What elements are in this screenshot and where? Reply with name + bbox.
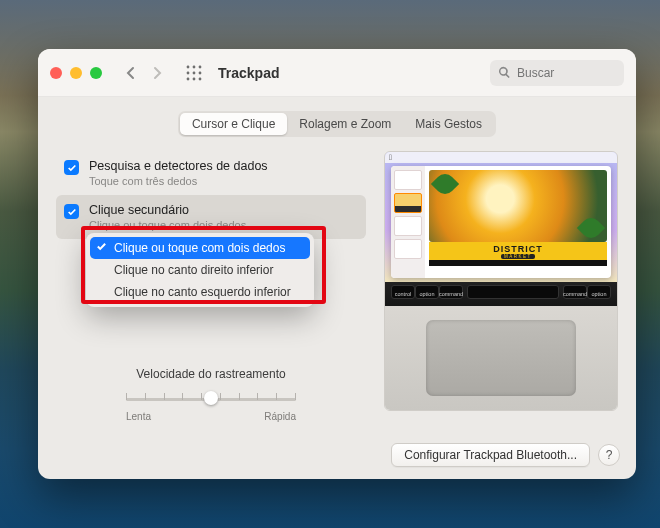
check-icon	[96, 241, 107, 255]
search-icon	[498, 66, 511, 79]
preview-trackpad	[385, 306, 617, 410]
window-title: Trackpad	[218, 65, 279, 81]
dropdown-item-label: Clique no canto direito inferior	[114, 263, 273, 277]
tab-cursor-click[interactable]: Cursor e Clique	[180, 113, 287, 135]
preview-thumbnail	[394, 170, 422, 190]
svg-point-8	[199, 77, 202, 80]
key-command: command	[439, 285, 463, 299]
search-input[interactable]	[517, 66, 607, 80]
tab-scroll-zoom[interactable]: Rolagem e Zoom	[287, 113, 403, 135]
search-field[interactable]	[490, 60, 624, 86]
slider-label: Velocidade do rastreamento	[56, 367, 366, 381]
preview-screen: 	[385, 152, 617, 282]
key-control: control	[391, 285, 415, 299]
svg-point-4	[193, 71, 196, 74]
forward-button[interactable]	[146, 62, 168, 84]
options-column: Pesquisa e detectores de dados Toque com…	[56, 151, 366, 422]
tracking-speed-slider[interactable]	[126, 389, 296, 409]
secondary-click-dropdown: Clique ou toque com dois dedos Clique no…	[86, 233, 314, 307]
key-command: command	[563, 285, 587, 299]
dropdown-item-bottom-right[interactable]: Clique no canto direito inferior	[90, 259, 310, 281]
svg-point-7	[193, 77, 196, 80]
preview-keyboard: control option command command option	[385, 282, 617, 306]
checkbox-lookup[interactable]	[64, 160, 79, 175]
gesture-preview: 	[384, 151, 618, 411]
minimize-button[interactable]	[70, 67, 82, 79]
preview-brand: DISTRICT	[493, 244, 543, 254]
svg-point-6	[187, 77, 190, 80]
preview-thumbnail	[394, 193, 422, 213]
zoom-button[interactable]	[90, 67, 102, 79]
apple-icon: 	[389, 153, 392, 162]
dropdown-item-label: Clique no canto esquerdo inferior	[114, 285, 291, 299]
preferences-window: Trackpad Cursor e Clique Rolagem e Zoom …	[38, 49, 636, 479]
key-option: option	[415, 285, 439, 299]
svg-point-2	[199, 65, 202, 68]
option-lookup[interactable]: Pesquisa e detectores de dados Toque com…	[56, 151, 366, 195]
nav-buttons	[120, 62, 168, 84]
preview-photo	[429, 170, 607, 242]
option-lookup-sub: Toque com três dedos	[89, 175, 268, 187]
svg-point-5	[199, 71, 202, 74]
svg-point-0	[187, 65, 190, 68]
tab-bar: Cursor e Clique Rolagem e Zoom Mais Gest…	[56, 111, 618, 137]
checkbox-secondary[interactable]	[64, 204, 79, 219]
close-button[interactable]	[50, 67, 62, 79]
titlebar: Trackpad	[38, 49, 636, 97]
svg-point-3	[187, 71, 190, 74]
show-all-icon[interactable]	[184, 63, 204, 83]
dropdown-item-label: Clique ou toque com dois dedos	[114, 241, 285, 255]
tab-more-gestures[interactable]: Mais Gestos	[403, 113, 494, 135]
help-button[interactable]: ?	[598, 444, 620, 466]
svg-point-1	[193, 65, 196, 68]
bluetooth-trackpad-button[interactable]: Configurar Trackpad Bluetooth...	[391, 443, 590, 467]
option-secondary-label: Clique secundário	[89, 203, 246, 217]
key-space	[467, 285, 559, 299]
option-lookup-label: Pesquisa e detectores de dados	[89, 159, 268, 173]
dropdown-item-bottom-left[interactable]: Clique no canto esquerdo inferior	[90, 281, 310, 303]
slider-knob[interactable]	[204, 391, 218, 405]
back-button[interactable]	[120, 62, 142, 84]
preview-thumbnail	[394, 239, 422, 259]
preview-brand-sub: MARKET	[501, 254, 535, 259]
key-option: option	[587, 285, 611, 299]
option-secondary-sub: Clique ou toque com dois dedos	[89, 219, 246, 231]
dropdown-item-two-fingers[interactable]: Clique ou toque com dois dedos	[90, 237, 310, 259]
window-controls	[50, 67, 102, 79]
slider-low-label: Lenta	[126, 411, 151, 422]
slider-high-label: Rápida	[264, 411, 296, 422]
preview-thumbnail	[394, 216, 422, 236]
